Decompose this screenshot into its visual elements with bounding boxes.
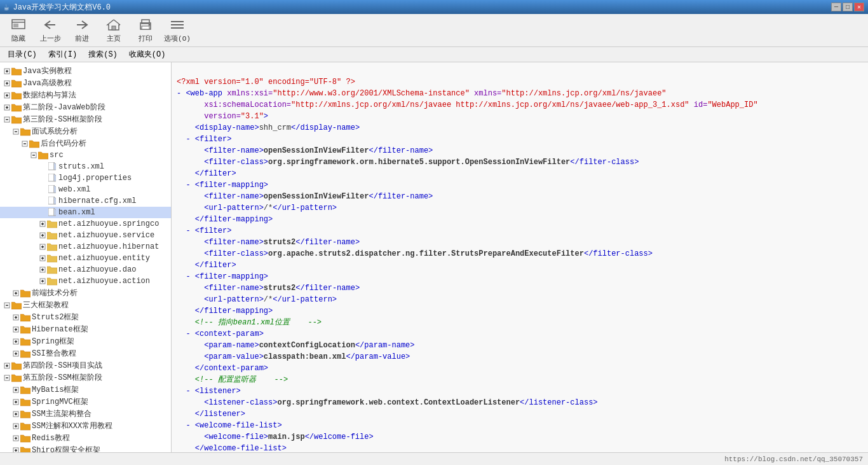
tree-expand-icon[interactable] (11, 434, 20, 443)
menu-index[interactable]: 索引(I) (43, 48, 83, 62)
file-icon (47, 196, 57, 206)
tree-item-label: Shiro权限安全框架 (32, 445, 100, 452)
tree-expand-icon (38, 162, 47, 171)
tree-item[interactable]: bean.xml (0, 207, 171, 218)
tree-item[interactable]: net.aizhuoyue.hibernat (0, 241, 171, 253)
tree-item[interactable]: Redis教程 (0, 432, 171, 444)
svg-rect-8 (142, 26, 149, 29)
tree-expand-icon[interactable] (38, 219, 47, 228)
folder-icon (11, 78, 22, 88)
tree-expand-icon[interactable] (11, 410, 20, 419)
tree-expand-icon[interactable] (20, 139, 29, 148)
tree-item[interactable]: Spring框架 (0, 335, 171, 347)
menu-search[interactable]: 搜索(S) (83, 48, 123, 62)
svg-point-9 (149, 24, 151, 26)
tree-item[interactable]: net.aizhuoyue.action (0, 275, 171, 287)
tree-item-label: src (50, 151, 64, 160)
tree-item[interactable]: struts.xml (0, 161, 171, 172)
tree-expand-icon[interactable] (11, 127, 20, 136)
tree-item[interactable]: 前端技术分析 (0, 287, 171, 299)
tree-expand-icon[interactable] (3, 79, 11, 88)
maximize-button[interactable]: □ (843, 3, 853, 11)
tree-item[interactable]: MyBatis框架 (0, 384, 171, 396)
tree-expand-icon[interactable] (3, 91, 11, 100)
sidebar[interactable]: Java实例教程Java高级教程数据结构与算法第二阶段-JavaWeb阶段第三阶… (0, 62, 172, 452)
tree-expand-icon[interactable] (38, 242, 47, 251)
tree-item[interactable]: Struts2框架 (0, 311, 171, 323)
tree-expand-icon[interactable] (29, 151, 38, 160)
tree-item[interactable]: Shiro权限安全框架 (0, 444, 171, 452)
tree-expand-icon[interactable] (38, 265, 47, 274)
menu-favorites[interactable]: 收藏夹(O) (124, 48, 171, 62)
tree-item[interactable]: net.aizhuoyue.entity (0, 253, 171, 264)
tree-expand-icon[interactable] (11, 289, 20, 298)
statusbar: https://blog.csdn.net/qq_35070357 (0, 452, 868, 465)
close-button[interactable]: ✕ (854, 3, 864, 11)
tree-expand-icon[interactable] (11, 422, 20, 431)
tree-item[interactable]: web.xml (0, 184, 171, 195)
back-button[interactable]: 上一步 (36, 17, 65, 45)
tree-expand-icon[interactable] (11, 337, 20, 346)
tree-item[interactable]: 面试系统分析 (0, 125, 171, 137)
tree-expand-icon[interactable] (38, 277, 47, 286)
pkg-icon (47, 242, 57, 252)
forward-button[interactable]: 前进 (67, 17, 97, 45)
folder-icon (11, 373, 22, 383)
tree-expand-icon[interactable] (3, 301, 11, 310)
tree-expand-icon[interactable] (11, 349, 20, 358)
svg-rect-2 (13, 24, 18, 27)
tree-item-label: bean.xml (58, 208, 95, 217)
tree-item[interactable]: Hibernate框架 (0, 323, 171, 335)
tree-item[interactable]: net.aizhuoyue.dao (0, 264, 171, 275)
pkg-icon (47, 265, 57, 275)
tree-expand-icon[interactable] (3, 103, 11, 112)
tree-expand-icon[interactable] (11, 313, 20, 322)
tree-expand-icon[interactable] (11, 398, 20, 406)
tree-expand-icon (38, 185, 47, 194)
tree-expand-icon[interactable] (3, 67, 11, 76)
tree-item[interactable]: SSM注解和XXX常用教程 (0, 420, 171, 432)
tree-item[interactable]: hibernate.cfg.xml (0, 195, 171, 207)
back-icon (41, 17, 59, 32)
tree-item-label: 前端技术分析 (32, 288, 78, 298)
tree-expand-icon[interactable] (11, 385, 20, 394)
svg-rect-33 (48, 162, 54, 170)
tree-expand-icon[interactable] (3, 115, 11, 124)
tree-item[interactable]: 后台代码分析 (0, 137, 171, 149)
tree-item[interactable]: net.aizhuoyue.service (0, 230, 171, 241)
folder-icon (11, 102, 22, 113)
tree-item[interactable]: Java实例教程 (0, 65, 171, 77)
tree-item[interactable]: SpringMVC框架 (0, 396, 171, 408)
xml-editor[interactable]: <?xml version="1.0" encoding="UTF-8" ?> … (172, 62, 868, 452)
options-button[interactable]: 选项(O) (163, 17, 192, 45)
menu-toc[interactable]: 目录(C) (3, 48, 42, 62)
tree-item[interactable]: SSM主流架构整合 (0, 408, 171, 420)
minimize-button[interactable]: ─ (831, 3, 841, 11)
tree-item[interactable]: net.aizhuoyue.springco (0, 218, 171, 230)
tree-item-label: Java高级教程 (23, 78, 72, 88)
print-button[interactable]: 打印 (131, 17, 160, 45)
tree-item[interactable]: SSI整合教程 (0, 347, 171, 359)
tree-item[interactable]: log4j.properties (0, 172, 171, 184)
tree-item[interactable]: src (0, 149, 171, 161)
tree-expand-icon[interactable] (3, 373, 11, 382)
tree-expand-icon[interactable] (38, 231, 47, 240)
main-container: Java实例教程Java高级教程数据结构与算法第二阶段-JavaWeb阶段第三阶… (0, 62, 868, 452)
hide-button[interactable]: 隐藏 (4, 17, 33, 45)
tree-expand-icon[interactable] (11, 325, 20, 334)
svg-rect-10 (171, 21, 184, 22)
tree-item[interactable]: 第四阶段-SSH项目实战 (0, 359, 171, 371)
tree-item[interactable]: 第二阶段-JavaWeb阶段 (0, 101, 171, 113)
tree-item[interactable]: 第三阶段-SSH框架阶段 (0, 113, 171, 125)
tree-item[interactable]: 数据结构与算法 (0, 89, 171, 101)
home-button[interactable]: 主页 (99, 17, 128, 45)
tree-item[interactable]: Java高级教程 (0, 77, 171, 89)
tree-item[interactable]: 三大框架教程 (0, 299, 171, 311)
tree-item[interactable]: 第五阶段-SSM框架阶段 (0, 371, 171, 384)
tree-expand-icon[interactable] (38, 254, 47, 263)
pkg-icon (47, 276, 57, 286)
folder-icon (20, 127, 31, 137)
tree-expand-icon[interactable] (11, 446, 20, 453)
folder-icon (20, 397, 31, 407)
tree-expand-icon[interactable] (3, 361, 11, 370)
